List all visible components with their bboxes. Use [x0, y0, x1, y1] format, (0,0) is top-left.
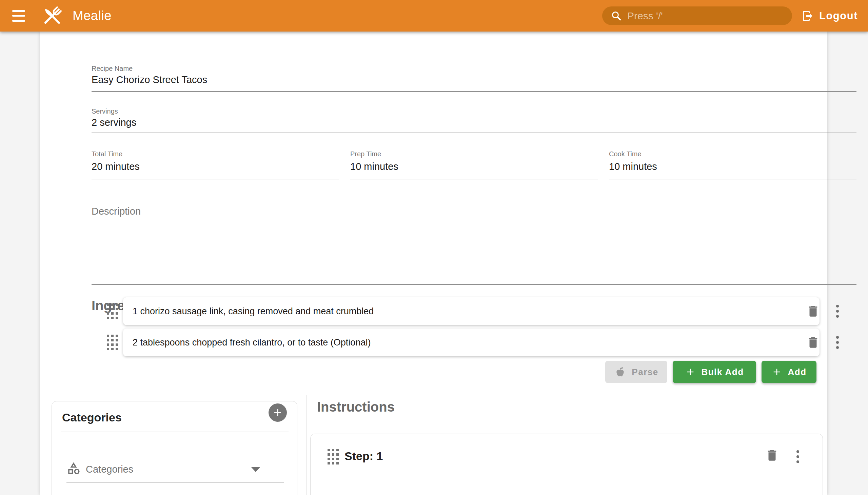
trash-icon: [806, 304, 820, 318]
add-label: Add: [788, 367, 806, 377]
mealie-logo-icon: [41, 4, 64, 28]
add-ingredient-button[interactable]: Add: [762, 361, 816, 383]
bulk-add-button[interactable]: Bulk Add: [673, 361, 756, 383]
bulk-add-label: Bulk Add: [701, 367, 744, 377]
instructions-heading: Instructions: [317, 399, 395, 415]
recipe-name-input[interactable]: [91, 74, 856, 85]
servings-label: Servings: [91, 107, 118, 115]
logout-button[interactable]: Logout: [802, 10, 858, 22]
servings-underline: [91, 133, 856, 133]
logout-label: Logout: [819, 10, 858, 22]
parse-button[interactable]: Parse: [605, 361, 667, 383]
ingredient-input[interactable]: [133, 306, 797, 317]
shapes-icon: [66, 461, 81, 475]
trash-icon: [806, 335, 820, 349]
parse-label: Parse: [632, 367, 658, 377]
total-time-label: Total Time: [91, 150, 122, 158]
ingredient-actions: Parse Bulk Add Add: [52, 361, 816, 383]
servings-input[interactable]: [91, 117, 856, 128]
prep-time-input[interactable]: [350, 161, 598, 172]
ingredient-row: [91, 328, 856, 356]
search-icon: [610, 10, 623, 22]
description-field[interactable]: Description: [91, 206, 141, 217]
cook-time-input[interactable]: [609, 161, 856, 172]
drag-handle-icon[interactable]: [327, 449, 339, 464]
prep-time-label: Prep Time: [350, 150, 381, 158]
recipe-name-underline: [91, 91, 856, 92]
ingredient-row: [91, 297, 856, 325]
step-menu-icon[interactable]: [797, 450, 799, 463]
cook-time-label: Cook Time: [609, 150, 642, 158]
app-header: Mealie Logout: [0, 0, 868, 32]
recipe-editor-card: Recipe Name Servings Total Time Prep Tim…: [40, 32, 827, 495]
ingredient-card: [123, 297, 819, 325]
total-time-input[interactable]: [91, 161, 339, 172]
chevron-down-icon: [251, 467, 260, 472]
plus-icon: [272, 407, 284, 419]
instruction-step-card: Step: 1 Combine crumbled chorizo and chi…: [310, 433, 823, 495]
drag-handle-icon[interactable]: [107, 304, 118, 319]
plus-icon: [685, 366, 696, 377]
categories-divider: [61, 432, 289, 432]
delete-ingredient-button[interactable]: [806, 335, 820, 349]
categories-select-label: Categories: [86, 464, 133, 475]
categories-select-underline: [66, 482, 284, 482]
ingredient-menu-icon[interactable]: [836, 336, 839, 349]
prep-time-underline: [350, 179, 598, 180]
mealie-recipe-editor: Mealie Logout Recipe Name Servings Total…: [0, 0, 868, 495]
ingredient-menu-icon[interactable]: [836, 305, 839, 318]
search-input[interactable]: [627, 10, 792, 22]
ingredient-card: [123, 328, 819, 356]
recipe-name-label: Recipe Name: [91, 65, 133, 72]
description-underline: [91, 284, 856, 285]
delete-ingredient-button[interactable]: [806, 304, 820, 318]
trash-icon: [765, 448, 779, 462]
cook-time-underline: [609, 179, 856, 180]
menu-icon[interactable]: [12, 10, 27, 22]
column-divider: [306, 395, 307, 495]
app-title: Mealie: [72, 8, 112, 23]
total-time-underline: [91, 179, 339, 180]
drag-handle-icon[interactable]: [107, 335, 118, 350]
apple-icon: [614, 366, 626, 378]
delete-step-button[interactable]: [765, 448, 779, 462]
categories-card: Categories Categories: [52, 401, 297, 495]
logout-icon: [802, 10, 814, 22]
plus-icon: [771, 366, 782, 377]
step-title: Step: 1: [344, 449, 383, 463]
ingredient-input[interactable]: [133, 337, 797, 348]
categories-title: Categories: [62, 411, 122, 424]
search-bar[interactable]: [602, 6, 792, 25]
add-category-button[interactable]: [269, 404, 287, 422]
